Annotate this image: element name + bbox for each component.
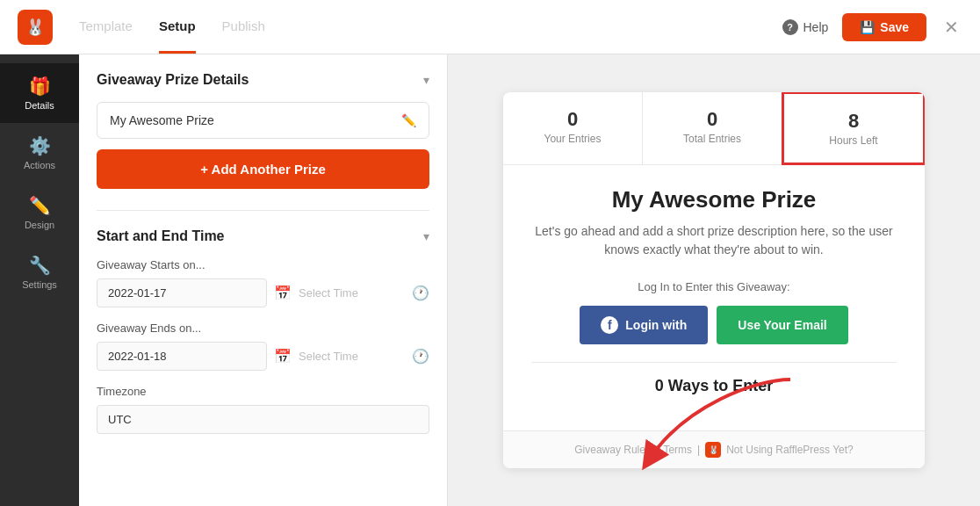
start-date-row: 📅 Select Time 🕐 (97, 278, 429, 307)
sidebar-item-design[interactable]: ✏️ Design (0, 183, 79, 242)
ways-divider (531, 362, 897, 363)
sidebar-details-label: Details (25, 100, 54, 111)
sidebar-actions-label: Actions (24, 160, 55, 170)
timezone-label: Timezone (97, 385, 429, 398)
logo-icon: 🐰 (18, 10, 53, 45)
stat-your-entries: 0 Your Entries (503, 92, 643, 164)
your-entries-number: 0 (512, 108, 633, 131)
prize-section-header[interactable]: Giveaway Prize Details ▾ (97, 72, 429, 88)
add-prize-button[interactable]: + Add Another Prize (97, 149, 429, 189)
start-date-input[interactable] (97, 278, 267, 307)
close-button[interactable]: ✕ (940, 13, 962, 41)
sidebar-item-details[interactable]: 🎁 Details (0, 63, 79, 123)
starts-label: Giveaway Starts on... (97, 258, 429, 271)
tab-publish[interactable]: Publish (222, 1, 265, 54)
help-icon: ? (782, 19, 798, 35)
facebook-icon: f (601, 316, 618, 334)
footer-sep: | (697, 444, 700, 456)
prize-section-title: Giveaway Prize Details (97, 72, 249, 88)
use-email-label: Use Your Email (738, 318, 826, 332)
hours-left-label: Hours Left (793, 134, 914, 147)
tab-template[interactable]: Template (79, 1, 133, 54)
card-body: My Awesome Prize Let's go ahead and add … (503, 165, 925, 430)
preview-panel: 0 Your Entries 0 Total Entries 8 Hours L… (448, 54, 980, 506)
prize-chevron-icon: ▾ (423, 73, 429, 87)
nav-right: ? Help 💾 Save ✕ (782, 13, 963, 41)
time-section-title: Start and End Time (97, 228, 225, 244)
prize-description: Let's go ahead and add a short prize des… (531, 222, 897, 259)
ends-label: Giveaway Ends on... (97, 322, 429, 335)
stats-row: 0 Your Entries 0 Total Entries 8 Hours L… (503, 92, 925, 165)
left-panel: Giveaway Prize Details ▾ My Awesome Priz… (79, 54, 448, 506)
save-button[interactable]: 💾 Save (842, 13, 926, 41)
end-time-placeholder: Select Time (299, 350, 405, 363)
total-entries-label: Total Entries (652, 133, 773, 145)
start-time-icon[interactable]: 🕐 (412, 285, 429, 301)
email-login-button[interactable]: Use Your Email (717, 306, 847, 344)
help-label: Help (803, 20, 829, 34)
end-date-input[interactable] (97, 342, 267, 371)
login-prompt: Log In to Enter this Giveaway: (531, 280, 897, 293)
sidebar-design-label: Design (25, 220, 54, 230)
facebook-login-button[interactable]: f Login with (580, 306, 708, 344)
stat-total-entries: 0 Total Entries (643, 92, 782, 164)
prize-name-label: My Awesome Prize (110, 113, 214, 127)
footer-cta[interactable]: Not Using RafflePress Yet? (726, 444, 854, 456)
hours-left-number: 8 (793, 110, 914, 133)
sidebar-item-settings[interactable]: 🔧 Settings (0, 242, 79, 302)
auth-buttons: f Login with Use Your Email (531, 306, 897, 344)
add-prize-label: + Add Another Prize (200, 162, 326, 177)
total-entries-number: 0 (652, 108, 773, 131)
your-entries-label: Your Entries (512, 133, 633, 145)
nav-tabs: Template Setup Publish (79, 1, 756, 54)
card-footer: Giveaway Rules & Terms | 🐰 Not Using Raf… (503, 430, 925, 468)
end-calendar-icon[interactable]: 📅 (274, 348, 292, 365)
top-nav: 🐰 Template Setup Publish ? Help 💾 Save ✕ (0, 0, 980, 54)
actions-icon: ⚙️ (29, 135, 51, 156)
edit-prize-icon[interactable]: ✏️ (401, 113, 416, 127)
ways-to-enter: 0 Ways to Enter (531, 377, 897, 395)
section-divider (97, 210, 429, 211)
help-button[interactable]: ? Help (782, 19, 829, 35)
prize-item: My Awesome Prize ✏️ (97, 102, 429, 139)
sidebar-settings-label: Settings (22, 279, 57, 290)
sidebar: 🎁 Details ⚙️ Actions ✏️ Design 🔧 Setting… (0, 54, 79, 506)
start-time-placeholder: Select Time (299, 286, 405, 300)
save-icon: 💾 (860, 20, 875, 34)
footer-rules-text[interactable]: Giveaway Rules & Terms (574, 444, 692, 456)
tab-setup[interactable]: Setup (159, 1, 196, 54)
stat-hours-left: 8 Hours Left (782, 92, 925, 165)
end-time-icon[interactable]: 🕐 (412, 348, 429, 365)
details-icon: 🎁 (29, 76, 51, 97)
prize-title: My Awesome Prize (531, 186, 897, 213)
time-section-header[interactable]: Start and End Time ▾ (97, 228, 429, 244)
footer-logo-icon: 🐰 (705, 442, 721, 458)
start-calendar-icon[interactable]: 📅 (274, 285, 292, 301)
sidebar-item-actions[interactable]: ⚙️ Actions (0, 123, 79, 183)
giveaway-card: 0 Your Entries 0 Total Entries 8 Hours L… (503, 92, 925, 468)
time-chevron-icon: ▾ (423, 229, 429, 243)
login-with-label: Login with (625, 318, 687, 332)
save-label: Save (880, 20, 909, 34)
main-layout: 🎁 Details ⚙️ Actions ✏️ Design 🔧 Setting… (0, 54, 980, 506)
timezone-value: UTC (97, 405, 429, 434)
design-icon: ✏️ (29, 195, 51, 216)
settings-icon: 🔧 (29, 255, 51, 276)
end-date-row: 📅 Select Time 🕐 (97, 342, 429, 371)
